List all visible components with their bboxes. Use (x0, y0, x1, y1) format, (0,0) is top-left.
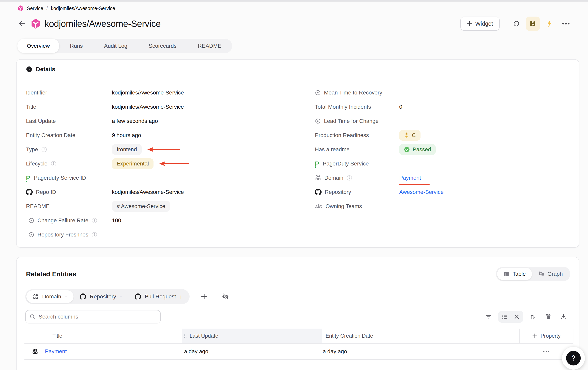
table-view-button[interactable]: Table (497, 268, 532, 280)
row-label: Lifecycle (26, 161, 47, 167)
add-property-button[interactable]: Property (519, 329, 573, 343)
detail-row-domain: Domain Payment (315, 171, 571, 185)
detail-row-change-failure-rate: Change Failure Rate 100 (26, 213, 302, 228)
service-cube-icon (18, 5, 24, 11)
ai-actions-button[interactable] (542, 17, 556, 31)
table-tools (483, 311, 569, 323)
plus-icon (532, 333, 537, 338)
top-strip (0, 0, 588, 1)
service-entity-page: Service / kodjomiles/Awesome-Service kod… (0, 0, 588, 370)
drag-handle-icon[interactable] (184, 333, 187, 338)
github-icon (135, 294, 141, 300)
detail-row-pagerduty-service-id: P Pagerduty Service ID (26, 171, 302, 185)
row-label: Owning Teams (326, 203, 362, 209)
cell-entity-creation-date: a day ago (322, 348, 519, 355)
annotation-arrow-left-icon (159, 161, 189, 167)
row-label: Entity Creation Date (26, 132, 75, 139)
tab-readme[interactable]: README (187, 39, 232, 53)
team-icon (315, 204, 322, 209)
pagerduty-icon: P (26, 175, 31, 181)
filter-icon[interactable] (483, 311, 494, 323)
row-entity-link[interactable]: Payment (45, 348, 67, 355)
row-label: Type (26, 146, 38, 153)
passed-label: Passed (413, 146, 431, 153)
row-value: 9 hours ago (112, 132, 141, 139)
tab-overview[interactable]: Overview (17, 39, 59, 53)
row-label: Mean Time to Recovery (324, 89, 382, 96)
scorecard-target-icon (315, 90, 321, 96)
info-icon[interactable] (91, 232, 97, 238)
domain-icon (315, 175, 321, 181)
row-label: Repo ID (36, 189, 56, 195)
sort-icon[interactable] (527, 311, 539, 323)
back-button[interactable] (18, 20, 26, 27)
info-icon[interactable] (346, 175, 352, 181)
scorecard-target-icon (28, 232, 34, 238)
graph-view-button[interactable]: Graph (532, 268, 569, 280)
detail-row-repo-id: Repo ID kodjomiles/Awesome-Service (26, 185, 302, 199)
entity-chip-repository[interactable]: Repository ↑ (74, 290, 128, 303)
medal-icon (404, 132, 409, 138)
tab-audit-log[interactable]: Audit Log (94, 39, 138, 53)
breadcrumb-separator: / (46, 6, 48, 11)
tab-scorecards[interactable]: Scorecards (138, 39, 187, 53)
row-value: 0 (399, 104, 402, 110)
breadcrumb-root-link[interactable]: Service (27, 6, 43, 11)
row-value: kodjomiles/Awesome-Service (112, 104, 184, 110)
info-icon[interactable] (51, 161, 57, 167)
detail-row-lifecycle: Lifecycle Experimental (26, 157, 302, 171)
row-label: Lead Time for Change (324, 118, 378, 124)
more-options-button[interactable] (559, 17, 573, 31)
cell-last-update: a day ago (182, 348, 322, 355)
scorecard-target-icon (28, 218, 34, 223)
info-icon[interactable] (91, 218, 97, 223)
download-icon[interactable] (558, 311, 569, 323)
domain-icon (32, 348, 38, 355)
row-label: Has a readme (315, 146, 350, 153)
detail-row-pagerduty-service: P PagerDuty Service (315, 157, 571, 171)
clear-group-by-x-icon[interactable] (511, 311, 523, 323)
entity-chip-label: Domain (42, 294, 61, 300)
search-icon (30, 314, 35, 320)
type-chip: frontend (112, 144, 142, 155)
row-label: Repository (325, 189, 351, 195)
related-entities-card: Related Entities Table Graph Domain ↑ (16, 257, 579, 370)
tab-runs[interactable]: Runs (59, 39, 94, 53)
group-by-pill (498, 311, 523, 323)
row-label: Repository Freshnes (37, 231, 88, 238)
save-button[interactable] (526, 17, 540, 31)
domain-link[interactable]: Payment (399, 175, 421, 181)
graph-icon (538, 271, 544, 277)
entity-chip-domain[interactable]: Domain ↑ (26, 290, 74, 303)
column-header-entity-creation-date[interactable]: Entity Creation Date (322, 329, 519, 343)
info-icon[interactable] (41, 147, 47, 152)
search-columns-input[interactable] (39, 314, 157, 320)
detail-row-identifier: Identifier kodjomiles/Awesome-Service (26, 86, 302, 100)
undo-button[interactable] (509, 17, 523, 31)
row-label: Title (26, 104, 36, 110)
column-header-title[interactable]: Title (24, 329, 182, 343)
row-label: README (26, 203, 50, 209)
pagerduty-icon: P (315, 161, 320, 166)
readme-chip: # Awesome-Service (112, 201, 170, 212)
entity-chip-pull-request[interactable]: Pull Request ↓ (128, 290, 188, 303)
info-filled-icon (26, 66, 32, 72)
domain-icon (33, 294, 39, 300)
add-widget-button[interactable]: Widget (460, 17, 500, 31)
column-header-last-update[interactable]: Last Update (182, 329, 322, 343)
table-controls-row (25, 310, 569, 324)
row-label: PagerDuty Service (323, 161, 369, 167)
lifecycle-chip: Experimental (112, 158, 154, 169)
details-card: Details Identifier kodjomiles/Awesome-Se… (16, 59, 579, 248)
table-row: Payment a day ago a day ago (24, 344, 573, 360)
table-header: Title Last Update Entity Creation Date P… (24, 329, 573, 344)
scorecard-target-icon (315, 118, 321, 124)
page-title: kodjomiles/Awesome-Service (44, 18, 161, 29)
group-by-list-icon[interactable] (499, 311, 511, 323)
help-button[interactable]: ? (562, 347, 585, 370)
copy-icon[interactable] (542, 311, 554, 323)
plus-icon (467, 21, 472, 26)
repository-link[interactable]: Awesome-Service (399, 189, 443, 195)
add-related-entity-button[interactable] (198, 291, 210, 303)
hide-empty-toggle-eye-off-icon[interactable] (220, 291, 231, 303)
